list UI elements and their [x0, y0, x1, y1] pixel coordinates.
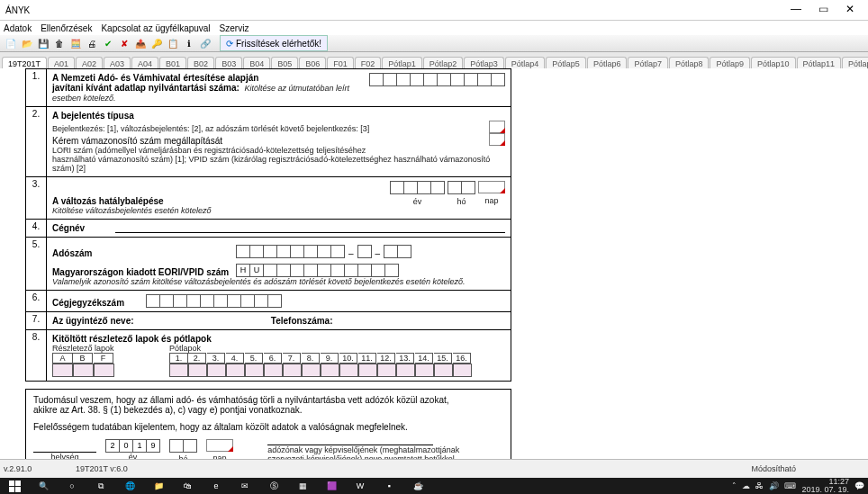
- menu-szerviz[interactable]: Szerviz: [220, 23, 249, 33]
- potlap-9-input[interactable]: [321, 364, 339, 377]
- status-mode: Módosítható: [751, 464, 868, 473]
- row2-l1: Bejelentkezés: [1], változásbejelentés: …: [52, 124, 485, 133]
- tool-new-icon[interactable]: 📄: [4, 36, 18, 50]
- tray-date[interactable]: 2019. 07. 19.: [801, 485, 849, 494]
- tool-open-icon[interactable]: 📂: [20, 36, 34, 50]
- tray-onedrive-icon[interactable]: ☁: [742, 481, 750, 490]
- tray-notifications-icon[interactable]: 💬: [854, 481, 864, 490]
- row5-l1: Adószám: [52, 248, 232, 258]
- tray-lang-icon[interactable]: ⌨: [784, 481, 796, 490]
- adoszam-input[interactable]: [236, 245, 345, 258]
- tool-print-icon[interactable]: 🖨: [85, 36, 99, 50]
- row2-num: 2.: [26, 107, 47, 177]
- task-view-icon[interactable]: ⧉: [86, 478, 115, 494]
- tool-cancel-icon[interactable]: ✘: [117, 36, 131, 50]
- decl-day-input[interactable]: [206, 439, 233, 452]
- task-cortana-icon[interactable]: ○: [58, 478, 86, 494]
- tool-save-icon[interactable]: 💾: [36, 36, 50, 50]
- task-java-icon[interactable]: ☕: [403, 478, 432, 494]
- row8-num: 8.: [26, 330, 47, 382]
- app-title: ÁNYK: [5, 5, 30, 15]
- row8-h: Kitöltött részletező lapok és pótlapok: [52, 334, 505, 344]
- eori-input[interactable]: HU: [236, 264, 399, 277]
- maximize-button[interactable]: ▭: [810, 2, 836, 18]
- tray-volume-icon[interactable]: 🔊: [769, 481, 779, 490]
- task-ie-icon[interactable]: е: [202, 478, 231, 494]
- task-search-icon[interactable]: 🔍: [29, 478, 58, 494]
- row2-h: A bejelentés típusa: [52, 111, 505, 121]
- task-store-icon[interactable]: 🛍: [173, 478, 202, 494]
- row6-h: Cégjegyzékszám: [52, 298, 142, 308]
- potlap-4-input[interactable]: [226, 364, 245, 377]
- potlap-11-input[interactable]: [358, 364, 377, 377]
- potlap-10-input[interactable]: [339, 364, 358, 377]
- potlap-14-input[interactable]: [415, 364, 434, 377]
- menu-ellenorzesek[interactable]: Ellenőrzések: [41, 23, 92, 33]
- svg-rect-3: [15, 487, 21, 492]
- row3-h: A változás hatálybalépése: [52, 196, 386, 206]
- menu-kapcsolat[interactable]: Kapcsolat az ügyfélkapuval: [101, 23, 210, 33]
- row3-num: 3.: [26, 177, 47, 220]
- potlap-12-input[interactable]: [377, 364, 396, 377]
- potlap-8-input[interactable]: [302, 364, 321, 377]
- status-ver: v.2.91.0: [0, 464, 76, 473]
- close-button[interactable]: ✕: [837, 2, 863, 18]
- tool-delete-icon[interactable]: 🗑: [52, 36, 67, 50]
- potlap-13-input[interactable]: [396, 364, 415, 377]
- helyseg-input[interactable]: [33, 439, 96, 453]
- row7-l1: Az ügyintéző neve:: [52, 316, 268, 326]
- row3-month-input[interactable]: [448, 181, 475, 194]
- resz-b-input[interactable]: [73, 364, 94, 377]
- decl-month-input[interactable]: [169, 439, 197, 453]
- task-word-icon[interactable]: W: [346, 478, 375, 494]
- task-cmd-icon[interactable]: ▪: [375, 478, 403, 494]
- task-app2-icon[interactable]: 🟪: [317, 478, 346, 494]
- row4-h: Cégnév: [52, 223, 85, 233]
- potlap-3-input[interactable]: [207, 364, 226, 377]
- tool-info-icon[interactable]: ℹ: [182, 36, 196, 50]
- potlap-7-input[interactable]: [283, 364, 302, 377]
- task-app1-icon[interactable]: ▦: [288, 478, 317, 494]
- adoszam-input-2[interactable]: [357, 245, 372, 258]
- task-explorer-icon[interactable]: 📁: [144, 478, 173, 494]
- row1-num: 1.: [26, 69, 47, 107]
- tool-key-icon[interactable]: 🔑: [149, 36, 164, 50]
- row7-num: 7.: [26, 312, 47, 330]
- potlap-2-input[interactable]: [188, 364, 207, 377]
- statusbar: v.2.91.0 19T201T v:6.0 Módosítható: [0, 459, 868, 478]
- tool-link-icon[interactable]: 🔗: [198, 36, 212, 50]
- form-scroll-area[interactable]: 1. A Nemzeti Adó- és Vámhivatal értesíté…: [0, 68, 868, 460]
- tool-send-icon[interactable]: 📤: [133, 36, 148, 50]
- menu-adatok[interactable]: Adatok: [4, 23, 32, 33]
- cegjegyzek-input[interactable]: [146, 294, 282, 308]
- potlap-1-input[interactable]: [169, 364, 188, 377]
- row5-l2: Magyarországon kiadott EORI/VPID szám: [52, 267, 232, 277]
- minimize-button[interactable]: —: [783, 2, 809, 18]
- start-button[interactable]: [0, 478, 29, 494]
- adoszam-input-3[interactable]: [384, 245, 411, 258]
- row2-vam-input[interactable]: [489, 133, 505, 146]
- updates-button[interactable]: ⟳ Frissítések elérhetők!: [220, 35, 328, 51]
- task-skype-icon[interactable]: Ⓢ: [259, 478, 288, 494]
- potlap-15-input[interactable]: [434, 364, 453, 377]
- task-outlook-icon[interactable]: ✉: [231, 478, 259, 494]
- resz-a-input[interactable]: [52, 364, 73, 377]
- tool-check-icon[interactable]: ✔: [101, 36, 115, 50]
- row2-type-input[interactable]: [489, 121, 505, 133]
- tool-calc-icon[interactable]: 🧮: [68, 36, 83, 50]
- resz-f-input[interactable]: [94, 364, 114, 377]
- status-formver: 19T201T v:6.0: [76, 464, 128, 473]
- row1-input[interactable]: [369, 73, 505, 86]
- potlap-16-input[interactable]: [453, 364, 472, 377]
- potlap-5-input[interactable]: [245, 364, 264, 377]
- row3-day-input[interactable]: [478, 181, 505, 193]
- potlap-6-input[interactable]: [264, 364, 283, 377]
- task-edge-icon[interactable]: 🌐: [115, 478, 144, 494]
- tray-network-icon[interactable]: 🖧: [755, 481, 764, 490]
- decl-year-input[interactable]: 2019: [105, 439, 160, 453]
- tray-up-icon[interactable]: ˄: [732, 481, 737, 490]
- tool-copy-icon[interactable]: 📋: [166, 36, 180, 50]
- refresh-icon: ⟳: [226, 39, 233, 49]
- toolbar: 📄 📂 💾 🗑 🧮 🖨 ✔ ✘ 📤 🔑 📋 ℹ 🔗 ⟳ Frissítések …: [0, 35, 868, 52]
- row3-year-input[interactable]: [390, 181, 445, 194]
